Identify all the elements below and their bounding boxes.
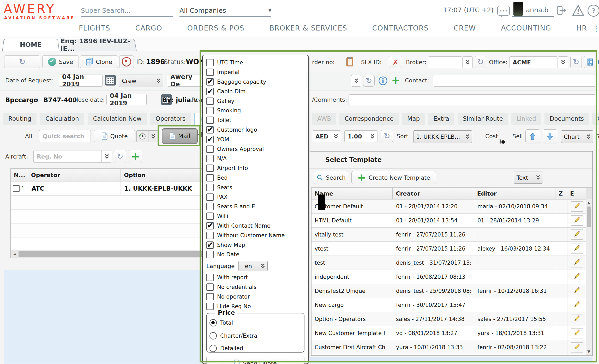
option-row[interactable]: Cabin Dim. [203, 87, 308, 96]
broker-input[interactable] [428, 56, 462, 68]
company-filter-select[interactable]: All Companies ▼ [179, 5, 271, 17]
rate-refresh-button[interactable]: ↻ [381, 130, 393, 142]
cancel-button[interactable] [119, 55, 134, 68]
option-row[interactable]: PAX [203, 192, 308, 202]
option-row[interactable]: Without Customer Name [203, 230, 308, 240]
tab-home[interactable]: HOME [2, 38, 59, 51]
edit-template-button[interactable] [571, 342, 583, 353]
contact-select-button[interactable] [351, 75, 361, 87]
option-row[interactable]: No Date [203, 250, 308, 259]
nav-item-flights[interactable]: FLIGHTS [79, 24, 110, 32]
checkbox[interactable] [206, 145, 214, 153]
option-row[interactable]: With report [203, 273, 308, 282]
broker-refresh-button[interactable]: ↻ [475, 56, 486, 68]
office-select-button[interactable] [558, 56, 568, 68]
checkbox[interactable] [206, 88, 214, 95]
tab-documents[interactable]: Documents [544, 113, 589, 125]
sort-select[interactable]: 1. UKKK-EPLB... [413, 130, 472, 143]
checkbox[interactable] [206, 117, 214, 124]
office-input[interactable]: ACME [509, 56, 558, 68]
template-row[interactable]: independent fenrir - 16/08/2017 08:13 [312, 270, 592, 284]
checkbox[interactable] [206, 59, 214, 66]
tab-similar-route[interactable]: Similar Route [458, 113, 508, 125]
option-row[interactable]: Smoking [203, 106, 308, 116]
option-row[interactable]: Seats B and E [203, 202, 308, 211]
option-row[interactable]: Galley [203, 96, 308, 106]
tab-linked[interactable]: Linked [511, 113, 541, 125]
template-row[interactable]: test denis_test - 31/07/2017 13: [312, 256, 592, 270]
nav-item-accounting[interactable]: ACCOUNTING [501, 24, 551, 32]
column-header-z[interactable]: Z [555, 188, 567, 199]
checkbox[interactable] [206, 184, 214, 191]
broker-select-button[interactable] [462, 56, 473, 68]
option-row[interactable]: WiFi [203, 211, 308, 221]
comments-input[interactable] [349, 94, 596, 106]
checkbox[interactable] [206, 222, 214, 229]
date-of-request-input[interactable]: 04 Jan 2019 [59, 75, 103, 87]
checkbox[interactable] [206, 274, 214, 281]
move-up-button[interactable] [525, 129, 540, 143]
checkbox[interactable] [206, 155, 214, 162]
column-header-creator[interactable]: Creator [393, 188, 474, 199]
template-row[interactable]: Option - Operators sales - 27/11/2017 14… [312, 312, 592, 326]
refresh-button[interactable]: ↻ [4, 55, 40, 68]
edit-template-button[interactable] [571, 300, 583, 310]
checkbox[interactable] [206, 251, 214, 258]
company-button[interactable] [584, 56, 596, 68]
tab-calculation-new[interactable]: Calculation New [88, 113, 147, 125]
edit-template-button[interactable] [571, 328, 583, 338]
customer-input[interactable]: Awery De [167, 75, 203, 87]
checkbox[interactable] [206, 78, 214, 86]
option-row[interactable]: Airport Info [203, 163, 308, 173]
option-row[interactable]: Customer logo [203, 125, 308, 135]
checkbox[interactable] [206, 98, 214, 105]
template-row[interactable]: New Customer Template f vd - 08/01/2018 … [312, 326, 592, 340]
clipboard-icon[interactable] [346, 56, 354, 67]
column-header-operator[interactable]: Operator [28, 169, 121, 181]
scroll-left-icon[interactable]: ◄ [11, 252, 19, 256]
checkbox[interactable] [206, 241, 214, 249]
price-radio-row[interactable]: Total [209, 319, 233, 326]
price-charter-radio[interactable] [209, 332, 217, 339]
contact-refresh-button[interactable]: ↻ [363, 75, 375, 87]
add-aircraft-button[interactable]: + [129, 150, 142, 163]
checkbox[interactable] [206, 303, 214, 310]
nav-item-contractors[interactable]: CONTRACTORS [372, 24, 429, 32]
aircraft-select-button[interactable] [101, 150, 112, 163]
edit-template-button[interactable] [571, 201, 583, 212]
rate-select[interactable]: 1.00 [344, 130, 378, 142]
template-row[interactable]: vtest fenrir - 27/07/2015 11:26 alexey -… [312, 242, 592, 256]
tab-option-pax[interactable]: Option PAX [592, 113, 599, 125]
checkbox[interactable] [206, 232, 214, 239]
option-row[interactable]: UTC Time [203, 58, 308, 68]
currency-select[interactable]: AED [312, 130, 341, 142]
super-search-input[interactable]: Super Search... [81, 5, 173, 17]
tab-correspondence[interactable]: Correspondence [339, 113, 399, 125]
move-down-button[interactable] [543, 129, 557, 143]
nav-item-cargo[interactable]: CARGO [135, 24, 162, 32]
checkbox[interactable] [206, 136, 214, 143]
nav-item-broker-services[interactable]: BROKER & SERVICES [269, 24, 347, 32]
template-row[interactable]: HTML Default 01 - 28/01/2014 13:54 01 - … [312, 214, 592, 228]
mail-button[interactable]: Mail [162, 128, 198, 144]
template-row[interactable]: Customer First Aircraft Ch yura - 10/01/… [312, 340, 592, 354]
chat-icon[interactable]: ••• [497, 6, 510, 16]
language-select[interactable]: en [238, 261, 268, 271]
edit-template-button[interactable] [571, 215, 583, 226]
edit-template-button[interactable] [571, 314, 583, 324]
aircraft-reg-input[interactable]: Reg. No [33, 150, 102, 163]
checkbox[interactable] [206, 69, 214, 76]
template-row[interactable]: Customer Quotation New yura - 15/01/2018… [312, 354, 592, 356]
option-row[interactable]: Baggage capacity [203, 77, 308, 87]
row-checkbox[interactable] [13, 185, 20, 192]
option-row[interactable]: N/A [203, 154, 308, 163]
request-type-select[interactable]: Crew [119, 75, 163, 87]
scrollbar-thumb[interactable] [587, 207, 591, 227]
create-new-template-button[interactable]: + Create New Template [351, 171, 436, 184]
price-total-radio[interactable] [209, 319, 217, 326]
template-row[interactable]: vitaliy test fenrir - 27/07/2015 11:26 [312, 228, 592, 242]
slx-clear-button[interactable]: ✗ [389, 56, 402, 68]
quick-search-input[interactable]: Quick search [39, 130, 91, 142]
quote-history-button[interactable] [137, 131, 148, 142]
template-row[interactable]: DenisTest2 Unique denis_test - 25/09/201… [312, 284, 592, 298]
